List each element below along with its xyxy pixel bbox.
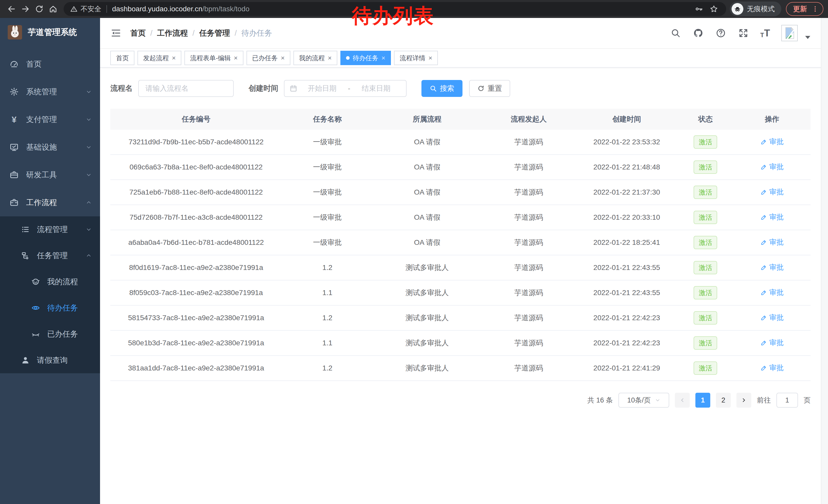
chevron-down-icon xyxy=(86,144,92,150)
browser-reload-icon[interactable] xyxy=(32,2,46,16)
process-name-input[interactable] xyxy=(138,80,234,97)
approve-button[interactable]: 审批 xyxy=(760,237,784,247)
col-task-name: 任务名称 xyxy=(282,114,373,124)
goto-page-input[interactable] xyxy=(777,393,798,408)
close-icon[interactable]: × xyxy=(234,55,238,61)
app-logo-row[interactable]: 芋道管理系统 xyxy=(0,18,100,47)
created-time-cell: 2022-01-21 22:42:23 xyxy=(576,339,677,347)
chevron-down-icon xyxy=(86,117,92,123)
avatar-caret-icon[interactable] xyxy=(805,36,811,39)
key-icon[interactable] xyxy=(693,3,705,15)
tab-my-process[interactable]: 我的流程× xyxy=(293,51,337,65)
status-badge: 激活 xyxy=(694,286,717,300)
bookmark-star-icon[interactable] xyxy=(708,3,719,15)
tab-start-process[interactable]: 发起流程× xyxy=(137,51,181,65)
app-title: 芋道管理系统 xyxy=(28,27,77,38)
sidebar-item-done-tasks[interactable]: 已办任务 xyxy=(0,321,100,347)
security-warning-icon[interactable] xyxy=(70,5,78,12)
created-time-cell: 2022-01-21 22:43:55 xyxy=(576,264,677,272)
browser-back-icon[interactable] xyxy=(5,2,18,16)
approve-button[interactable]: 审批 xyxy=(760,338,784,348)
table-row: 75d72608-7b7f-11ec-a3c8-acde48001122 一级审… xyxy=(110,205,811,230)
next-page-button[interactable] xyxy=(736,393,751,408)
url-text[interactable]: dashboard.yudao.iocoder.cn/bpm/task/todo xyxy=(112,5,249,13)
update-label[interactable]: 更新 xyxy=(793,4,807,13)
sidebar-item-payment[interactable]: ¥ 支付管理 xyxy=(0,106,100,133)
tab-form-edit[interactable]: 流程表单-编辑× xyxy=(184,51,243,65)
avatar[interactable] xyxy=(781,25,798,41)
sidebar-item-label: 我的流程 xyxy=(47,277,78,287)
col-created: 创建时间 xyxy=(576,114,677,124)
sidebar-collapse-icon[interactable] xyxy=(110,28,122,39)
sidebar-item-dev-tools[interactable]: 研发工具 xyxy=(0,161,100,189)
task-id-cell: 725a1eb6-7b88-11ec-8ef0-acde48001122 xyxy=(110,188,282,196)
close-icon[interactable]: × xyxy=(381,55,385,61)
prev-page-button[interactable] xyxy=(675,393,690,408)
sidebar-item-leave-query[interactable]: 请假查询 xyxy=(0,347,100,373)
approve-button[interactable]: 审批 xyxy=(760,363,784,373)
approve-button[interactable]: 审批 xyxy=(760,137,784,147)
page-size-select[interactable]: 10条/页 xyxy=(618,393,669,408)
reset-button[interactable]: 重置 xyxy=(469,80,510,97)
sidebar-item-infrastructure[interactable]: 基础设施 xyxy=(0,133,100,161)
top-header: 首页 / 工作流程 / 任务管理 / 待办任务 xyxy=(100,18,821,49)
browser-forward-icon[interactable] xyxy=(18,2,32,16)
browser-home-icon[interactable] xyxy=(46,2,60,16)
github-icon[interactable] xyxy=(693,28,704,39)
browser-menu-icon[interactable] xyxy=(812,5,819,12)
process-cell: OA 请假 xyxy=(373,187,482,197)
pagination: 共 16 条 10条/页 1 2 前往 页 xyxy=(110,393,811,408)
close-icon[interactable]: × xyxy=(281,55,285,61)
task-name-cell: 1.1 xyxy=(282,339,373,347)
tab-done-tasks[interactable]: 已办任务× xyxy=(247,51,290,65)
approve-button[interactable]: 审批 xyxy=(760,288,784,297)
breadcrumb-home[interactable]: 首页 xyxy=(130,28,146,39)
sidebar-item-process-mgmt[interactable]: 流程管理 xyxy=(0,216,100,242)
task-id-cell: 75d72608-7b7f-11ec-a3c8-acde48001122 xyxy=(110,213,282,222)
close-icon[interactable]: × xyxy=(172,55,176,61)
table-row: 725a1eb6-7b88-11ec-8ef0-acde48001122 一级审… xyxy=(110,180,811,205)
status-badge: 激活 xyxy=(694,186,717,199)
process-name-label: 流程名 xyxy=(110,83,133,94)
approve-button[interactable]: 审批 xyxy=(760,263,784,272)
breadcrumb-workflow[interactable]: 工作流程 xyxy=(157,28,188,39)
approve-button[interactable]: 审批 xyxy=(760,313,784,322)
sidebar-item-todo-tasks[interactable]: 待办任务 xyxy=(0,295,100,321)
actions-cell: 审批 xyxy=(734,162,811,172)
approve-button[interactable]: 审批 xyxy=(760,162,784,172)
approve-button[interactable]: 审批 xyxy=(760,212,784,222)
sidebar-item-label: 基础设施 xyxy=(26,142,57,152)
fullscreen-icon[interactable] xyxy=(738,28,749,39)
sidebar-item-task-mgmt[interactable]: 任务管理 xyxy=(0,242,100,269)
sidebar-item-workflow[interactable]: 工作流程 xyxy=(0,189,100,216)
approve-button[interactable]: 审批 xyxy=(760,187,784,197)
sidebar-item-system[interactable]: 系统管理 xyxy=(0,78,100,106)
close-icon[interactable]: × xyxy=(328,55,332,61)
sidebar-item-home[interactable]: 首页 xyxy=(0,50,100,78)
browser-update-button[interactable]: 更新 xyxy=(786,2,823,16)
date-range-picker[interactable]: 开始日期 - 结束日期 xyxy=(284,80,407,97)
page-button-1[interactable]: 1 xyxy=(695,393,710,408)
sidebar-item-label: 流程管理 xyxy=(37,224,68,235)
search-button[interactable]: 搜索 xyxy=(421,80,462,97)
search-icon[interactable] xyxy=(670,28,681,39)
browser-toolbar: 不安全 dashboard.yudao.iocoder.cn/bpm/task/… xyxy=(0,0,828,18)
actions-cell: 审批 xyxy=(734,338,811,348)
page-scrollbar[interactable] xyxy=(821,18,828,504)
col-initiator: 流程发起人 xyxy=(482,114,576,124)
text-size-icon[interactable]: TT xyxy=(760,28,770,39)
sidebar-item-my-process[interactable]: 我的流程 xyxy=(0,269,100,295)
close-icon[interactable]: × xyxy=(428,55,432,61)
help-icon[interactable] xyxy=(715,28,727,39)
sidebar-item-label: 任务管理 xyxy=(37,250,68,261)
security-label[interactable]: 不安全 xyxy=(81,4,101,13)
tab-home[interactable]: 首页 xyxy=(110,51,134,65)
page-button-2[interactable]: 2 xyxy=(716,393,731,408)
breadcrumb-task-mgmt[interactable]: 任务管理 xyxy=(199,28,230,39)
address-bar[interactable]: 不安全 dashboard.yudao.iocoder.cn/bpm/task/… xyxy=(64,2,726,16)
tab-process-detail[interactable]: 流程详情× xyxy=(394,51,438,65)
tags-view-bar: 首页 发起流程× 流程表单-编辑× 已办任务× 我的流程× 待办任务× 流程详情… xyxy=(100,49,821,68)
create-time-label: 创建时间 xyxy=(249,83,278,94)
created-time-cell: 2022-01-21 22:42:23 xyxy=(576,314,677,322)
tab-todo-tasks[interactable]: 待办任务× xyxy=(340,51,391,65)
